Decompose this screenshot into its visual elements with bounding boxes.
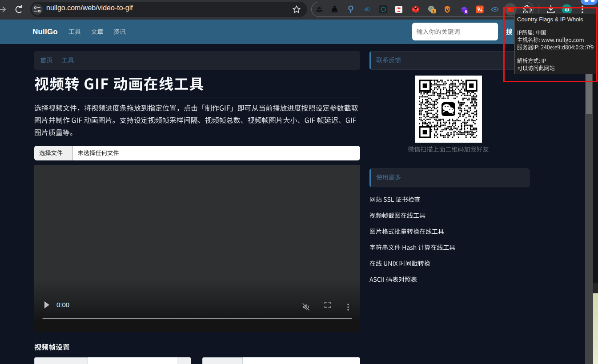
svg-text:6: 6 [465, 9, 467, 14]
svg-text:0:00: 0:00 [56, 301, 69, 308]
svg-text:1: 1 [433, 9, 435, 13]
